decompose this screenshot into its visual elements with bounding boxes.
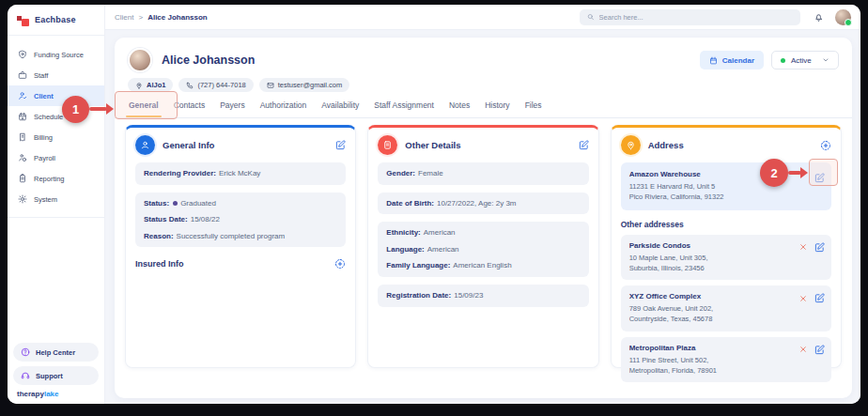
tab-files[interactable]: Files: [525, 100, 542, 117]
sidebar-item-billing[interactable]: Billing: [8, 127, 104, 147]
sidebar-item-staff[interactable]: Staff: [8, 65, 104, 85]
other-details-title: Other Details: [405, 140, 460, 150]
sidebar-item-reporting[interactable]: Reporting: [8, 168, 104, 189]
app-window: Eachbase Funding Source Staff Client Sch…: [8, 5, 860, 404]
other-details-card: Other Details Gender:Female Date of Birt…: [367, 125, 598, 368]
phone-icon: [186, 82, 194, 89]
sidebar-item-system[interactable]: System: [8, 189, 104, 209]
clipboard-icon: [18, 174, 27, 183]
calendar-button[interactable]: Calendar: [700, 51, 764, 69]
edit-address-icon[interactable]: [814, 242, 825, 253]
person-icon: [18, 91, 27, 100]
address-item-xyz: XYZ Office Complex 789 Oak Avenue, Unit …: [621, 285, 831, 331]
tab-staff-assignment[interactable]: Staff Assignment: [374, 100, 434, 117]
client-avatar: [128, 48, 152, 72]
client-header: Alice Johansson Calendar Active: [115, 38, 852, 72]
edit-general-info-icon[interactable]: [335, 140, 346, 150]
sidebar-item-client[interactable]: Client: [8, 85, 104, 106]
annotation-arrow-2: [788, 171, 801, 175]
search-input[interactable]: [599, 13, 793, 22]
address-item-parkside: Parkside Condos 10 Maple Lane, Unit 305,…: [621, 235, 831, 281]
app-name: Eachbase: [35, 15, 76, 24]
general-info-header: General Info: [135, 135, 346, 155]
breadcrumb-separator: >: [138, 13, 143, 22]
status-line: Status:Graduated: [144, 199, 337, 208]
help-center-button[interactable]: Help Center: [13, 343, 99, 362]
annotation-highlight-general-tab: [115, 91, 178, 119]
dob-box: Date of Birth:10/27/2022, Age: 2y 3m: [378, 193, 588, 215]
insured-info-title: Insured Info: [135, 259, 184, 269]
annotation-highlight-edit-address: [809, 159, 838, 186]
location-circle-icon: [621, 135, 641, 155]
gear-icon: [18, 194, 27, 204]
briefcase-icon: [18, 70, 27, 80]
app-logo: Eachbase: [8, 5, 104, 36]
family-language-line: Family Language:American English: [386, 261, 580, 270]
active-status-dot: [781, 58, 785, 63]
edit-address-icon[interactable]: [814, 293, 825, 303]
edit-address-icon[interactable]: [814, 345, 825, 355]
ethnicity-line: Ethnicity:American: [386, 228, 580, 238]
graduated-status-dot: [173, 201, 178, 206]
search-bar[interactable]: [580, 9, 800, 25]
rendering-provider-box: Rendering Provider:Erick McKay: [135, 162, 346, 185]
shield-icon: [18, 50, 27, 59]
notification-bell-icon[interactable]: [814, 12, 824, 23]
tab-notes[interactable]: Notes: [449, 100, 470, 117]
edit-other-details-icon[interactable]: [579, 140, 589, 150]
tab-availability[interactable]: Availability: [321, 100, 359, 117]
add-insured-info-icon[interactable]: [334, 258, 346, 270]
eachbase-logo-icon: [17, 14, 29, 26]
address-card: Address Amazon Warehouse 11231 E Harvard…: [611, 125, 842, 368]
client-email-chip: testuser@gmail.com: [259, 78, 349, 92]
breadcrumb-current: Alice Johansson: [147, 13, 208, 22]
add-address-icon[interactable]: [820, 140, 831, 151]
chevron-down-icon: [822, 56, 829, 64]
user-avatar[interactable]: [835, 9, 851, 25]
calendar-icon: [709, 56, 718, 65]
therapylake-logo: therapylake: [8, 390, 104, 398]
client-profile-panel: Alice Johansson Calendar Active: [115, 38, 852, 398]
other-details-header: Other Details: [378, 135, 588, 155]
sidebar-footer: Help Center Support therapylake: [8, 343, 104, 398]
main-content: Alice Johansson Calendar Active: [105, 30, 860, 404]
client-code-chip: AlJo1: [128, 78, 173, 92]
delete-address-icon[interactable]: [799, 346, 807, 353]
breadcrumb-parent[interactable]: Client: [115, 13, 133, 22]
general-info-title: General Info: [163, 140, 214, 150]
tab-authorization[interactable]: Authorization: [260, 100, 307, 117]
delete-address-icon[interactable]: [799, 243, 807, 251]
sidebar-nav: Funding Source Staff Client Schedule Bil…: [8, 36, 104, 218]
gender-box: Gender:Female: [378, 162, 588, 185]
sidebar: Eachbase Funding Source Staff Client Sch…: [8, 5, 105, 404]
tab-payers[interactable]: Payers: [220, 100, 244, 117]
status-box: Status:Graduated Status Date:15/08/22 Re…: [135, 193, 346, 248]
delete-address-icon[interactable]: [799, 295, 807, 302]
insured-info-row: Insured Info: [135, 258, 346, 270]
client-phone-chip: (727) 644-7018: [178, 78, 253, 92]
language-box: Ethnicity:American Language:American Fam…: [378, 222, 588, 277]
client-contact-chips: AlJo1 (727) 644-7018 testuser@gmail.com: [115, 72, 852, 92]
sidebar-item-payroll[interactable]: Payroll: [8, 147, 104, 168]
tab-contacts[interactable]: Contacts: [174, 100, 206, 117]
annotation-step-1: 1: [62, 96, 89, 123]
tab-history[interactable]: History: [485, 100, 509, 117]
address-item-metropolitan: Metropolitan Plaza 111 Pine Street, Unit…: [621, 337, 831, 383]
address-title: Address: [648, 140, 684, 150]
language-line: Language:American: [386, 245, 580, 254]
headset-icon: [21, 371, 30, 380]
profile-tabs: General Contacts Payers Authorization Av…: [115, 92, 852, 118]
mail-icon: [267, 82, 274, 89]
support-button[interactable]: Support: [13, 366, 99, 385]
sidebar-item-funding-source[interactable]: Funding Source: [8, 44, 104, 65]
client-name: Alice Johansson: [162, 54, 255, 67]
status-date-line: Status Date:15/08/22: [144, 215, 337, 224]
info-cards: General Info Rendering Provider:Erick Mc…: [115, 118, 852, 368]
header-actions: Calendar Active: [700, 51, 839, 69]
annotation-step-2: 2: [760, 159, 788, 187]
payroll-icon: [18, 153, 27, 162]
search-icon: [587, 13, 595, 21]
status-dropdown[interactable]: Active: [771, 51, 839, 69]
calendar-icon: [18, 112, 27, 121]
topbar: Client > Alice Johansson: [105, 5, 860, 30]
